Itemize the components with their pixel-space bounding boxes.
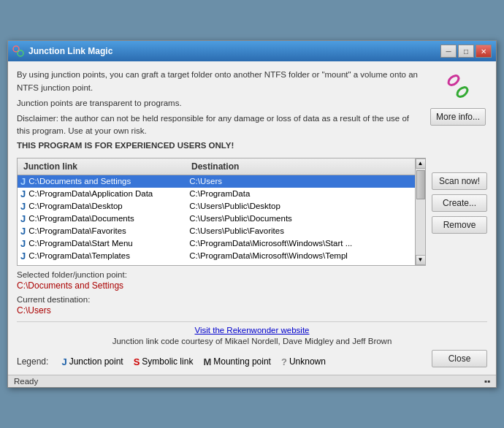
legend-j-icon: J <box>61 356 66 367</box>
legend-item-m: M Mounting point <box>203 356 271 367</box>
cell-jlink: C:\ProgramData\Documents <box>28 214 189 223</box>
cell-jlink: C:\ProgramData\Start Menu <box>28 239 189 248</box>
cell-dest: C:\ProgramData\Microsoft\Windows\Start .… <box>189 239 412 248</box>
status-bar: Ready ▪▪ <box>8 375 496 387</box>
info-text2: Junction points are transparent to progr… <box>17 97 421 110</box>
table-row[interactable]: J C:\ProgramData\Application Data C:\Pro… <box>18 188 415 200</box>
cell-jlink: C:\ProgramData\Application Data <box>28 189 189 198</box>
right-buttons: Scan now! Create... Remove <box>432 158 487 266</box>
legend-m-icon: M <box>203 356 211 367</box>
selected-folder-path: C:\Documents and Settings <box>17 280 487 291</box>
window-close-button[interactable]: ✕ <box>476 45 492 58</box>
chain-link-icon <box>440 69 476 104</box>
status-grip: ▪▪ <box>484 377 490 386</box>
row-type-icon: J <box>20 251 26 261</box>
table-header: Junction link Destination <box>18 158 415 175</box>
main-window: Junction Link Magic ─ □ ✕ By using junct… <box>7 40 497 388</box>
legend-item-s: S Symbolic link <box>134 356 194 367</box>
footer-credit: Junction link code courtesy of Mikael No… <box>17 337 487 345</box>
legend-q-icon: ? <box>281 356 287 367</box>
svg-point-3 <box>447 74 461 87</box>
cell-jlink: C:\ProgramData\Desktop <box>28 202 189 210</box>
selected-folder-label: Selected folder/junction point: <box>17 270 487 279</box>
info-area: By using junction points, you can graft … <box>17 69 487 152</box>
footer-links: Visit the Rekenwonder website <box>17 325 487 335</box>
svg-point-4 <box>456 85 470 99</box>
create-button[interactable]: Create... <box>432 194 487 212</box>
info-text-block: By using junction points, you can graft … <box>17 69 421 152</box>
maximize-button[interactable]: □ <box>458 45 474 58</box>
cell-dest: C:\ProgramData\Microsoft\Windows\Templ <box>189 251 412 260</box>
table-wrapper: Junction link Destination J C:\Documents… <box>17 158 426 266</box>
title-bar-left: Junction Link Magic <box>12 45 112 57</box>
title-bar: Junction Link Magic ─ □ ✕ <box>8 41 496 61</box>
legend-item-j: J Junction point <box>61 356 123 367</box>
table-row[interactable]: J C:\ProgramData\Desktop C:\Users\Public… <box>18 200 415 213</box>
info-right: More info... <box>429 69 487 152</box>
table-row[interactable]: J C:\Documents and Settings C:\Users <box>18 175 415 188</box>
cell-dest: C:\Users\Public\Favorites <box>189 226 412 235</box>
scan-now-button[interactable]: Scan now! <box>432 172 487 190</box>
row-type-icon: J <box>20 213 26 224</box>
legend-item-q: ? Unknown <box>281 356 326 367</box>
cell-jlink: C:\ProgramData\Favorites <box>28 226 189 235</box>
table-row[interactable]: J C:\ProgramData\Favorites C:\Users\Publ… <box>18 225 415 237</box>
legend-row: Legend: J Junction point S Symbolic link… <box>17 356 326 367</box>
scroll-up-button[interactable]: ▲ <box>416 158 426 169</box>
table-scroll[interactable]: Junction link Destination J C:\Documents… <box>18 158 415 265</box>
table-row[interactable]: J C:\ProgramData\Templates C:\ProgramDat… <box>18 250 415 262</box>
current-dest-label: Current destination: <box>17 295 487 304</box>
col-header-dest: Destination <box>188 160 412 173</box>
window-body: By using junction points, you can graft … <box>8 61 496 375</box>
more-info-button[interactable]: More info... <box>430 108 486 126</box>
close-button[interactable]: Close <box>432 350 487 367</box>
cell-dest: C:\ProgramData <box>189 189 412 198</box>
current-dest-value: C:\Users <box>17 305 487 316</box>
row-type-icon: J <box>20 176 26 187</box>
row-type-icon: J <box>20 226 26 237</box>
status-text: Ready <box>14 377 38 386</box>
info-text1: By using junction points, you can graft … <box>17 69 421 94</box>
legend-label: Legend: <box>17 356 48 367</box>
info-text4: THIS PROGRAM IS FOR EXPERIENCED USERS ON… <box>17 140 421 152</box>
cell-dest: C:\Users\Public\Documents <box>189 214 412 223</box>
scrollbar[interactable]: ▲ ▼ <box>415 158 425 265</box>
col-header-jlink: Junction link <box>20 160 188 173</box>
legend-q-text: Unknown <box>289 356 326 367</box>
cell-jlink: C:\Documents and Settings <box>28 177 189 186</box>
website-link[interactable]: Visit the Rekenwonder website <box>194 326 309 335</box>
bottom-area: Legend: J Junction point S Symbolic link… <box>17 350 487 367</box>
remove-button[interactable]: Remove <box>432 216 487 234</box>
window-title: Junction Link Magic <box>28 46 112 56</box>
legend-j-text: Junction point <box>69 356 123 367</box>
table-row[interactable]: J C:\ProgramData\Start Menu C:\ProgramDa… <box>18 237 415 250</box>
cell-dest: C:\Users\Public\Desktop <box>189 202 412 210</box>
app-icon <box>12 45 24 57</box>
divider <box>17 321 487 322</box>
title-bar-buttons: ─ □ ✕ <box>440 45 492 58</box>
legend-s-icon: S <box>134 356 140 367</box>
info-text3: Disclaimer: the author can not be held r… <box>17 112 421 138</box>
scroll-down-button[interactable]: ▼ <box>416 255 426 265</box>
content-area: Junction link Destination J C:\Documents… <box>17 158 487 266</box>
cell-dest: C:\Users <box>189 177 412 186</box>
minimize-button[interactable]: ─ <box>440 45 457 58</box>
table-row[interactable]: J C:\ProgramData\Documents C:\Users\Publ… <box>18 213 415 225</box>
cell-jlink: C:\ProgramData\Templates <box>28 251 189 260</box>
row-type-icon: J <box>20 238 26 249</box>
legend-m-text: Mounting point <box>213 356 271 367</box>
legend-s-text: Symbolic link <box>142 356 193 367</box>
legend-area: Legend: J Junction point S Symbolic link… <box>17 356 326 367</box>
row-type-icon: J <box>20 188 26 199</box>
scroll-thumb[interactable] <box>416 170 425 199</box>
row-type-icon: J <box>20 201 26 212</box>
